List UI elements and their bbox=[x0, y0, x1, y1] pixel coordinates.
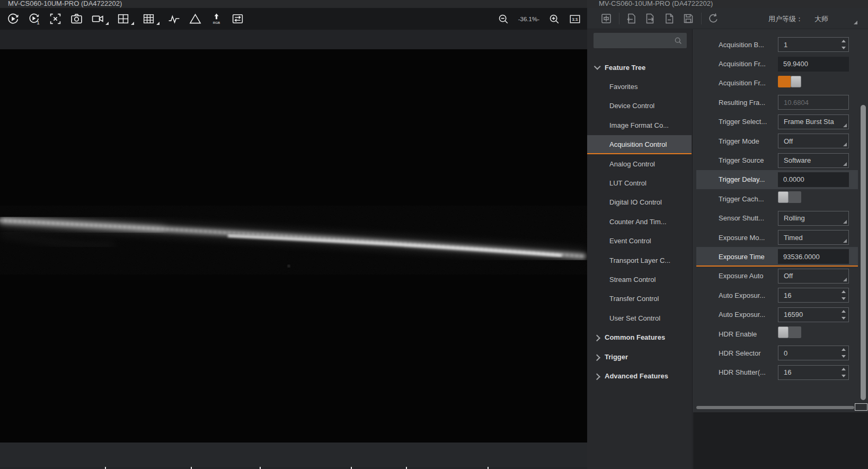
zoom-level: -36.1%- bbox=[518, 16, 539, 22]
dropdown-corner-caret-icon bbox=[843, 162, 847, 166]
tree-item-label: Image Format Co... bbox=[609, 121, 669, 129]
center-button[interactable] bbox=[600, 12, 613, 25]
zoom-out-icon bbox=[498, 13, 509, 25]
property-dropdown[interactable]: Off bbox=[778, 134, 849, 148]
property-input[interactable]: 0.0000 bbox=[778, 172, 849, 187]
property-spinner[interactable]: 1 bbox=[778, 37, 849, 52]
tree-item-event-control[interactable]: Event Control bbox=[587, 232, 692, 251]
record-button[interactable] bbox=[91, 12, 109, 25]
spinner-arrows[interactable] bbox=[841, 40, 846, 49]
property-row-acquisition-b-0: Acquisition B... 1 bbox=[696, 35, 858, 54]
property-toggle-off[interactable] bbox=[778, 191, 801, 203]
feature-search-input[interactable] bbox=[594, 37, 674, 45]
spinner-arrows[interactable] bbox=[841, 290, 846, 300]
warning-button[interactable] bbox=[189, 12, 202, 25]
spin-down-icon bbox=[842, 47, 846, 49]
zoom-in-button[interactable] bbox=[548, 13, 560, 25]
split-grid-button[interactable] bbox=[117, 12, 134, 25]
tree-item-device-control[interactable]: Device Control bbox=[587, 96, 692, 116]
property-dropdown[interactable]: Rolling bbox=[778, 211, 849, 226]
property-spinner[interactable]: 16 bbox=[778, 365, 849, 380]
spinner-arrows[interactable] bbox=[841, 348, 846, 358]
tree-item-advanced-features[interactable]: Advanced Features bbox=[587, 366, 692, 385]
import-button[interactable] bbox=[625, 12, 637, 25]
spin-up-icon bbox=[842, 40, 846, 42]
histogram-icon bbox=[167, 12, 181, 25]
feature-search-box bbox=[594, 33, 687, 48]
spinner-arrows[interactable] bbox=[841, 368, 846, 377]
new-doc-icon bbox=[663, 12, 676, 25]
tree-item-transfer-control[interactable]: Transfer Control bbox=[587, 289, 692, 308]
property-value: 0 bbox=[784, 349, 787, 357]
property-dropdown[interactable]: Timed bbox=[778, 230, 849, 245]
tree-item-digital-io-control[interactable]: Digital IO Control bbox=[587, 193, 692, 212]
fit-view-button[interactable] bbox=[49, 12, 62, 25]
tree-item-feature-tree[interactable]: Feature Tree bbox=[587, 58, 692, 77]
property-label: Acquisition Fr... bbox=[719, 79, 778, 87]
horizontal-scrollbar-thumb[interactable] bbox=[696, 406, 854, 409]
settings-button[interactable] bbox=[231, 12, 244, 25]
property-dropdown[interactable]: Off bbox=[778, 269, 849, 284]
toggle-track bbox=[789, 191, 801, 203]
continuous-acquisition-button[interactable] bbox=[6, 12, 20, 25]
property-toggle-on[interactable] bbox=[778, 76, 801, 87]
svg-text:1:1: 1:1 bbox=[572, 17, 578, 22]
chevron-right-icon bbox=[594, 373, 600, 380]
tree-item-stream-control[interactable]: Stream Control bbox=[587, 270, 692, 289]
property-label: Auto Exposur... bbox=[719, 291, 778, 299]
refresh-button[interactable] bbox=[707, 12, 720, 25]
property-row-sensor-shutt-9: Sensor Shutt... Rolling bbox=[696, 209, 858, 228]
spinner-arrows[interactable] bbox=[841, 310, 846, 320]
tree-item-common-features[interactable]: Common Features bbox=[587, 328, 692, 347]
property-dropdown[interactable]: Software bbox=[778, 153, 849, 168]
one-to-one-button[interactable]: 1:1 bbox=[569, 13, 581, 25]
tree-item-favorites[interactable]: Favorites bbox=[587, 77, 692, 96]
tree-item-label: Acquisition Control bbox=[609, 140, 667, 148]
tree-item-user-set-control[interactable]: User Set Control bbox=[587, 308, 692, 328]
property-label: Trigger Mode bbox=[719, 137, 778, 145]
property-row-acquisition-fr-1: Acquisition Fr... 59.9400 bbox=[696, 54, 858, 73]
histogram-button[interactable] bbox=[167, 12, 181, 25]
ruler-tick bbox=[191, 467, 192, 469]
property-toggle-off[interactable] bbox=[778, 326, 801, 338]
vertical-scrollbar-thumb[interactable] bbox=[861, 105, 866, 400]
property-spinner[interactable]: 0 bbox=[778, 346, 849, 360]
spin-down-icon bbox=[842, 317, 846, 320]
rgb-picker-button[interactable]: RGB bbox=[210, 12, 223, 25]
property-grid-column: Acquisition B... 1 Acquisition Fr... 59.… bbox=[693, 29, 868, 469]
search-icon bbox=[674, 36, 683, 46]
dropdown-corner-caret-icon bbox=[843, 278, 847, 281]
property-input[interactable]: 93536.0000 bbox=[778, 249, 849, 264]
chevron-right-icon bbox=[594, 354, 600, 361]
spin-up-icon bbox=[842, 368, 846, 370]
user-level-select[interactable]: 大师 bbox=[814, 14, 828, 24]
one-to-one-icon: 1:1 bbox=[569, 13, 581, 25]
property-dropdown[interactable]: Frame Burst Sta bbox=[778, 114, 849, 129]
new-doc-button[interactable] bbox=[663, 12, 676, 25]
property-value: 16 bbox=[784, 368, 791, 376]
property-label: Exposure Time bbox=[719, 253, 778, 261]
tree-item-trigger[interactable]: Trigger bbox=[587, 347, 692, 366]
property-label: Trigger Source bbox=[719, 156, 778, 164]
tree-item-transport-layer-c[interactable]: Transport Layer C... bbox=[587, 251, 692, 270]
property-input[interactable]: 59.9400 bbox=[778, 57, 849, 72]
property-spinner[interactable]: 16 bbox=[778, 288, 849, 303]
property-spinner[interactable]: 16590 bbox=[778, 307, 849, 322]
tree-item-lut-control[interactable]: LUT Control bbox=[587, 173, 692, 192]
tree-item-counter-and-tim[interactable]: Counter And Tim... bbox=[587, 212, 692, 231]
record-icon bbox=[91, 12, 104, 25]
svg-text:1: 1 bbox=[37, 20, 40, 25]
image-display[interactable] bbox=[0, 49, 587, 443]
spin-up-icon bbox=[842, 290, 846, 293]
snapshot-button[interactable] bbox=[70, 12, 83, 25]
tree-item-image-format-co[interactable]: Image Format Co... bbox=[587, 116, 692, 135]
export-button[interactable] bbox=[644, 12, 657, 25]
save-button[interactable] bbox=[682, 12, 695, 25]
ruler-tick bbox=[351, 467, 352, 469]
tree-item-analog-control[interactable]: Analog Control bbox=[587, 154, 692, 173]
zoom-out-button[interactable] bbox=[498, 13, 509, 25]
grid-button[interactable] bbox=[142, 12, 160, 25]
single-frame-button[interactable]: 1 bbox=[28, 12, 41, 25]
scrollbar-corner bbox=[855, 403, 867, 411]
tree-item-acquisition-control[interactable]: Acquisition Control bbox=[587, 135, 692, 154]
